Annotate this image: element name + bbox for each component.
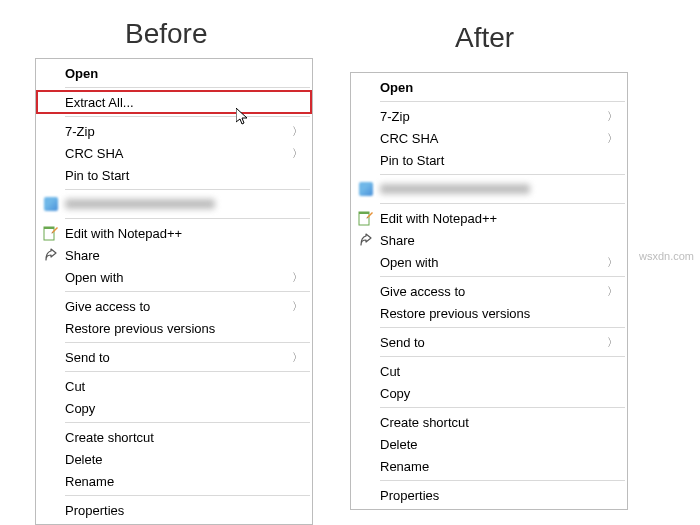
separator [65, 87, 310, 88]
menu-item-edit-notepad[interactable]: Edit with Notepad++ [37, 222, 311, 244]
menu-text: Copy [380, 386, 410, 401]
menu-item-rename[interactable]: Rename [352, 455, 626, 477]
menu-item-share[interactable]: Share [352, 229, 626, 251]
menu-text: Edit with Notepad++ [65, 226, 182, 241]
menu-item-blurred[interactable] [37, 193, 311, 215]
menu-item-7zip[interactable]: 7-Zip〉 [37, 120, 311, 142]
menu-item-delete[interactable]: Delete [352, 433, 626, 455]
menu-text: 7-Zip [65, 124, 95, 139]
separator [380, 174, 625, 175]
menu-text: Properties [380, 488, 439, 503]
separator [380, 407, 625, 408]
separator [65, 116, 310, 117]
app-icon [43, 196, 59, 212]
menu-text: Open with [65, 270, 124, 285]
menu-item-pin-to-start[interactable]: Pin to Start [37, 164, 311, 186]
menu-item-blurred[interactable] [352, 178, 626, 200]
menu-item-share[interactable]: Share [37, 244, 311, 266]
menu-text: Create shortcut [65, 430, 154, 445]
menu-item-7zip[interactable]: 7-Zip〉 [352, 105, 626, 127]
menu-item-open[interactable]: Open [352, 76, 626, 98]
menu-text: Cut [380, 364, 400, 379]
menu-text: Give access to [65, 299, 150, 314]
menu-item-send-to[interactable]: Send to〉 [352, 331, 626, 353]
menu-text: Restore previous versions [380, 306, 530, 321]
menu-item-copy[interactable]: Copy [352, 382, 626, 404]
separator [380, 101, 625, 102]
menu-item-cut[interactable]: Cut [37, 375, 311, 397]
menu-item-crc-sha[interactable]: CRC SHA〉 [37, 142, 311, 164]
menu-item-open-with[interactable]: Open with〉 [352, 251, 626, 273]
chevron-right-icon: 〉 [292, 270, 303, 285]
menu-item-cut[interactable]: Cut [352, 360, 626, 382]
chevron-right-icon: 〉 [292, 124, 303, 139]
menu-text: Send to [380, 335, 425, 350]
menu-text: Open [380, 80, 413, 95]
menu-text: Copy [65, 401, 95, 416]
menu-text: Delete [65, 452, 103, 467]
menu-item-properties[interactable]: Properties [352, 484, 626, 506]
menu-item-crc-sha[interactable]: CRC SHA〉 [352, 127, 626, 149]
menu-item-create-shortcut[interactable]: Create shortcut [37, 426, 311, 448]
menu-item-extract-all[interactable]: Extract All... [37, 91, 311, 113]
chevron-right-icon: 〉 [607, 255, 618, 270]
chevron-right-icon: 〉 [607, 284, 618, 299]
chevron-right-icon: 〉 [292, 350, 303, 365]
menu-text: Send to [65, 350, 110, 365]
menu-item-delete[interactable]: Delete [37, 448, 311, 470]
menu-item-restore-previous[interactable]: Restore previous versions [352, 302, 626, 324]
menu-item-open-with[interactable]: Open with〉 [37, 266, 311, 288]
menu-item-open[interactable]: Open [37, 62, 311, 84]
context-menu-before: Open Extract All... 7-Zip〉 CRC SHA〉 Pin … [35, 58, 313, 525]
menu-item-give-access-to[interactable]: Give access to〉 [37, 295, 311, 317]
menu-item-create-shortcut[interactable]: Create shortcut [352, 411, 626, 433]
menu-text: Rename [380, 459, 429, 474]
svg-rect-3 [359, 212, 369, 214]
menu-item-rename[interactable]: Rename [37, 470, 311, 492]
chevron-right-icon: 〉 [292, 146, 303, 161]
share-icon [43, 247, 59, 263]
menu-item-copy[interactable]: Copy [37, 397, 311, 419]
menu-text: 7-Zip [380, 109, 410, 124]
chevron-right-icon: 〉 [607, 109, 618, 124]
menu-item-properties[interactable]: Properties [37, 499, 311, 521]
chevron-right-icon: 〉 [292, 299, 303, 314]
menu-text: Give access to [380, 284, 465, 299]
menu-text: CRC SHA [380, 131, 439, 146]
separator [65, 291, 310, 292]
separator [65, 218, 310, 219]
menu-text: Delete [380, 437, 418, 452]
menu-text: Rename [65, 474, 114, 489]
chevron-right-icon: 〉 [607, 335, 618, 350]
context-menu-after: Open 7-Zip〉 CRC SHA〉 Pin to Start Edit w… [350, 72, 628, 510]
separator [65, 422, 310, 423]
separator [380, 327, 625, 328]
menu-text: Open with [380, 255, 439, 270]
menu-text: Restore previous versions [65, 321, 215, 336]
menu-text: Open [65, 66, 98, 81]
separator [380, 203, 625, 204]
menu-item-edit-notepad[interactable]: Edit with Notepad++ [352, 207, 626, 229]
blurred-text [65, 199, 215, 209]
menu-text: Pin to Start [65, 168, 129, 183]
app-icon [358, 181, 374, 197]
notepad-icon [43, 225, 59, 241]
separator [65, 495, 310, 496]
separator [65, 371, 310, 372]
blurred-text [380, 184, 530, 194]
menu-text: Extract All... [65, 95, 134, 110]
menu-item-restore-previous[interactable]: Restore previous versions [37, 317, 311, 339]
notepad-icon [358, 210, 374, 226]
svg-rect-1 [44, 227, 54, 229]
menu-text: CRC SHA [65, 146, 124, 161]
menu-item-send-to[interactable]: Send to〉 [37, 346, 311, 368]
separator [380, 480, 625, 481]
menu-text: Pin to Start [380, 153, 444, 168]
menu-text: Share [65, 248, 100, 263]
separator [380, 276, 625, 277]
separator [65, 342, 310, 343]
menu-item-give-access-to[interactable]: Give access to〉 [352, 280, 626, 302]
menu-item-pin-to-start[interactable]: Pin to Start [352, 149, 626, 171]
share-icon [358, 232, 374, 248]
menu-text: Properties [65, 503, 124, 518]
